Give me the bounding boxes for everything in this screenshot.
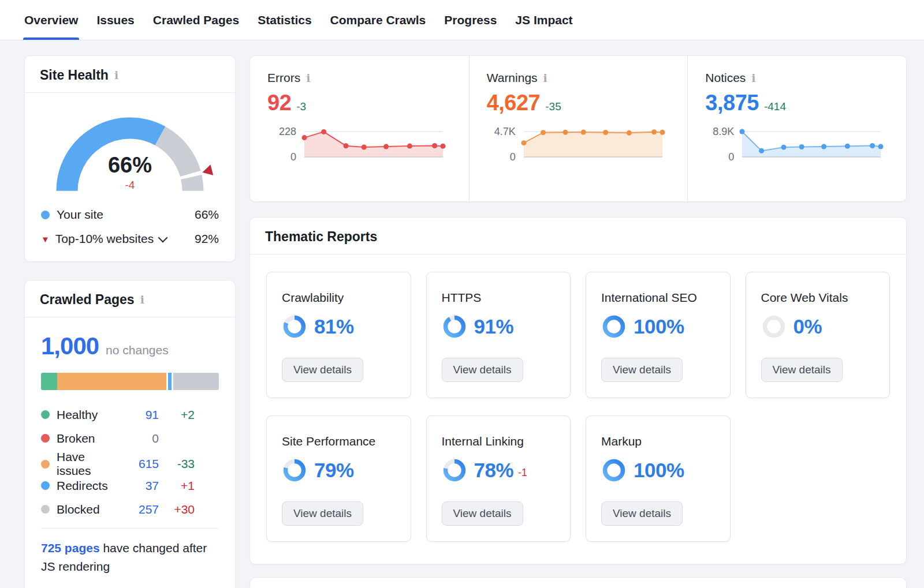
sparkline-chart: [520, 126, 666, 162]
info-icon[interactable]: i: [140, 294, 144, 305]
legend-label: Have issues: [57, 450, 122, 478]
thematic-card: Site Performance 79% View details: [266, 415, 411, 542]
donut-chart: [282, 314, 307, 339]
view-details-button[interactable]: View details: [442, 501, 523, 526]
legend-dot-icon: [41, 434, 50, 443]
y-axis-max-label: 4.7K: [494, 126, 516, 138]
metric-value: 92: [267, 91, 291, 115]
crawled-pages-stacked-bar-chart: [41, 373, 219, 390]
legend-row-top10-websites: ▼ Top-10% websites 92%: [41, 227, 219, 251]
metric-title: Warnings: [487, 71, 538, 85]
bar-segment-healthy[interactable]: [41, 373, 57, 390]
metric-value: 4,627: [487, 91, 541, 115]
metric-delta: -414: [764, 100, 786, 113]
thematic-card-title: Site Performance: [282, 435, 396, 448]
thematic-reports-title: Thematic Reports: [265, 229, 377, 245]
thematic-score: 81%: [314, 315, 354, 338]
legend-label: Blocked: [57, 503, 100, 516]
thematic-card: Crawlability 81% View details: [266, 272, 411, 398]
legend-value: 66%: [195, 208, 219, 222]
thematic-card: International SEO 100% View details: [586, 272, 731, 398]
thematic-reports-panel: Thematic Reports Crawlability 81% View d…: [249, 217, 907, 564]
crawled-pages-panel: Crawled Pages i 1,000 no changes Healthy…: [24, 280, 236, 588]
view-details-button[interactable]: View details: [282, 358, 363, 382]
nav-tab[interactable]: Statistics: [258, 0, 311, 40]
nav-tab[interactable]: Overview: [24, 0, 78, 40]
sparkline-chart: [301, 126, 446, 162]
site-health-panel: Site Health i 66%-4 Your site 66% ▼ Top-…: [24, 55, 236, 262]
crawled-pages-legend-row: Blocked 257 +30: [41, 497, 219, 521]
thematic-card-title: Markup: [601, 435, 715, 448]
donut-chart: [442, 458, 467, 483]
nav-tab-label: Progress: [444, 13, 497, 27]
legend-dot-icon: [41, 211, 50, 219]
legend-label: Broken: [57, 432, 95, 445]
donut-chart: [282, 458, 307, 483]
next-section-panel: [249, 577, 907, 588]
view-details-button[interactable]: View details: [282, 501, 363, 526]
thematic-card-title: Crawlability: [282, 291, 396, 305]
nav-tab[interactable]: Crawled Pages: [153, 0, 239, 40]
site-health-gauge-chart: 66%-4: [35, 99, 225, 201]
view-details-button[interactable]: View details: [601, 358, 683, 382]
legend-row-your-site: Your site 66%: [41, 203, 219, 227]
crawled-pages-total: 1,000: [41, 332, 99, 360]
svg-text:-4: -4: [125, 179, 135, 191]
nav-tab[interactable]: JS Impact: [515, 0, 572, 40]
changed-pages-link[interactable]: 725 pages: [41, 541, 100, 555]
info-icon[interactable]: i: [114, 70, 118, 81]
thematic-card-title: HTTPS: [442, 291, 556, 305]
nav-tab[interactable]: Issues: [96, 0, 134, 40]
chevron-down-icon[interactable]: [158, 233, 168, 243]
nav-tab[interactable]: Compare Crawls: [330, 0, 426, 40]
crawled-pages-legend-row: Have issues 615 -33: [41, 450, 219, 474]
y-axis-max-label: 228: [279, 126, 296, 138]
benchmark-triangle-icon: ▼: [41, 235, 50, 244]
info-icon[interactable]: i: [306, 73, 310, 84]
y-axis-min-label: 0: [290, 151, 296, 163]
nav-tab-label: JS Impact: [515, 13, 572, 27]
sparkline-y-axis: 8.9K 0: [705, 126, 734, 162]
view-details-button[interactable]: View details: [761, 358, 843, 382]
metric-column: Notices i 3,875 -414 8.9K 0: [687, 56, 906, 201]
bar-segment-have-issues[interactable]: [57, 373, 166, 390]
crawled-pages-title: Crawled Pages: [40, 292, 135, 308]
legend-value-link: 0: [122, 432, 159, 445]
site-health-title: Site Health: [40, 68, 109, 83]
donut-chart: [442, 314, 467, 339]
sparkline-chart: [739, 126, 884, 162]
view-details-button[interactable]: View details: [442, 358, 523, 382]
legend-value-link[interactable]: 257: [122, 503, 159, 516]
legend-value-link[interactable]: 37: [122, 479, 159, 493]
thematic-card-title: Core Web Vitals: [761, 291, 875, 305]
nav-tab-label: Crawled Pages: [153, 13, 239, 27]
bar-segment-redirects[interactable]: [166, 373, 173, 390]
info-icon[interactable]: i: [751, 73, 755, 84]
nav-tab-label: Overview: [24, 13, 78, 27]
view-details-button[interactable]: View details: [601, 501, 683, 526]
legend-dot-icon: [41, 481, 50, 490]
legend-delta: +1: [159, 479, 195, 493]
y-axis-min-label: 0: [728, 151, 734, 163]
thematic-score-delta: -1: [518, 467, 527, 479]
nav-tab[interactable]: Progress: [444, 0, 497, 40]
legend-value: 92%: [195, 232, 219, 246]
metric-delta: -35: [545, 100, 561, 113]
legend-value-link[interactable]: 91: [122, 408, 159, 422]
y-axis-min-label: 0: [510, 151, 516, 163]
legend-label: Your site: [57, 208, 103, 222]
bar-segment-blocked[interactable]: [173, 373, 219, 390]
metric-title: Notices: [705, 71, 746, 85]
legend-value-link[interactable]: 615: [122, 457, 159, 471]
thematic-score: 79%: [314, 459, 354, 482]
info-icon[interactable]: i: [543, 73, 547, 84]
thematic-score: 91%: [474, 315, 514, 338]
crawled-pages-total-note: no changes: [106, 343, 169, 357]
y-axis-max-label: 8.9K: [713, 126, 734, 138]
crawled-pages-legend-row: Healthy 91 +2: [41, 403, 219, 426]
donut-chart: [761, 314, 787, 339]
nav-tab-label: Issues: [96, 13, 134, 27]
thematic-card: HTTPS 91% View details: [426, 272, 571, 398]
legend-delta: -33: [159, 457, 195, 471]
thematic-score: 78%: [474, 459, 514, 482]
